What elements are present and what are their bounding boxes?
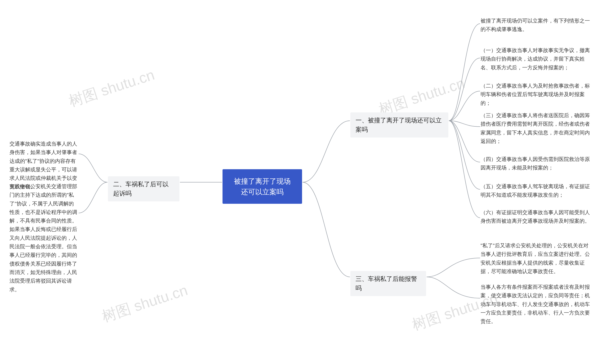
leaf-3-0: "私了"后又请求公安机关处理的，公安机关在对当事人进行批评教育后，应当立案进行处… bbox=[481, 241, 591, 276]
mindmap-container: 树图 shutu.cn 树图 shutu.cn 树图 shutu.cn 树图 s… bbox=[0, 0, 606, 364]
leaf-1-4: （四）交通事故当事人因受伤需到医院救治等原因离开现场，未能及时报案的； bbox=[481, 155, 591, 172]
central-topic[interactable]: 被撞了离开了现场还可以立案吗 bbox=[223, 169, 302, 204]
branch-section-2[interactable]: 二、车祸私了后可以起诉吗 bbox=[108, 176, 179, 201]
branch-section-3[interactable]: 三、车祸私了后能报警吗 bbox=[350, 271, 426, 296]
leaf-2-1: 实践中在公安机关交通管理部门的主持下达成的所谓的"私了"协议，不属于人民调解的性… bbox=[10, 182, 78, 294]
leaf-1-5: （五）交通事故当事人驾车驶离现场，有证据证明其不知道或不能发现事故发生的； bbox=[481, 182, 591, 199]
leaf-1-0: 被撞了离开现场仍可以立案件，有下列情形之一的不构成肇事逃逸。 bbox=[481, 17, 591, 34]
watermark: 树图 shutu.cn bbox=[66, 65, 157, 111]
leaf-3-1: 当事人各方有条件报案而不报案或者没有及时报案，使交通事故无法认定的，应负同等责任… bbox=[481, 283, 591, 326]
branch-section-1[interactable]: 一、被撞了离开了现场还可以立案吗 bbox=[350, 112, 448, 138]
leaf-1-3: （三）交通事故当事人将伤者送医院后，确因筹措伤者医疗费用需暂时离开医院，经伤者或… bbox=[481, 111, 591, 145]
leaf-1-2: （二）交通事故当事人为及时抢救事故伤者，标明车辆和伤者位置后驾车驶离现场并及时报… bbox=[481, 82, 591, 107]
leaf-1-1: （一）交通事故当事人对事故事实无争议，撤离现场自行协商解决，达成协议，并留下真实… bbox=[481, 46, 591, 72]
leaf-1-6: （六）有证据证明交通事故当事人因可能受到人身伤害而被迫离开交通事故现场并及时报案… bbox=[481, 208, 591, 226]
watermark: 树图 shutu.cn bbox=[99, 280, 190, 327]
